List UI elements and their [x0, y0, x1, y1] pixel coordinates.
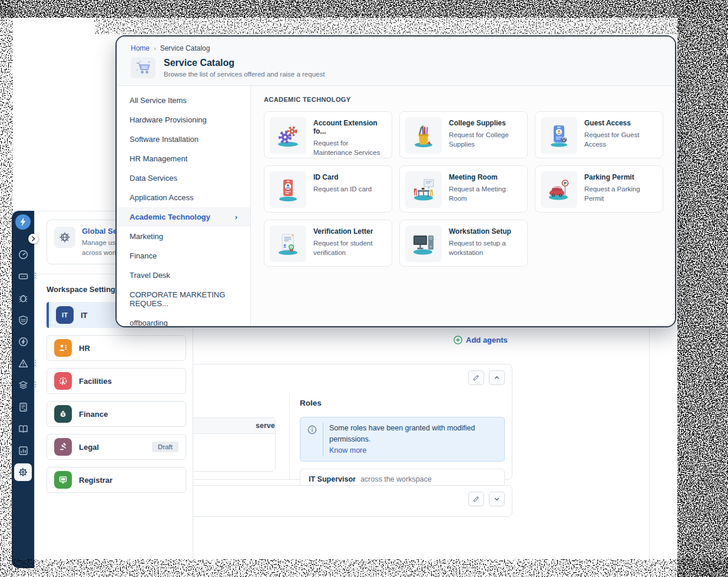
modal-subtitle: Browse the list of services offered and … [164, 71, 325, 78]
dashboard-icon[interactable] [14, 246, 32, 263]
category-application-access[interactable]: Application Access [117, 188, 250, 207]
chevron-right-icon [31, 236, 36, 242]
category-hardware-provisioning[interactable]: Hardware Provisioning [117, 110, 250, 130]
alert-message: Some roles have been granted with modifi… [329, 424, 475, 443]
workspace-item-registrar[interactable]: Registrar [47, 467, 186, 493]
chevron-down-icon [493, 495, 501, 503]
it-workspace-icon: IT [56, 306, 74, 324]
main-nav-rail [12, 211, 34, 568]
breadcrumb: Home › Service Catalog [131, 44, 661, 52]
modal-title: Service Catalog [164, 58, 325, 68]
id-badge-icon [270, 171, 306, 208]
person-list-icon [58, 343, 68, 353]
category-data-services[interactable]: Data Services [117, 168, 250, 188]
know-more-link[interactable]: Know more [329, 446, 366, 455]
solutions-icon[interactable] [14, 420, 32, 437]
hr-workspace-icon [54, 339, 72, 357]
section-heading: ACADEMIC TECHNOLOGY [264, 96, 662, 103]
category-corporate-marketing[interactable]: CORPORATE MARKETING REQUES... [117, 285, 250, 313]
workspace-item-legal[interactable]: Legal Draft [47, 434, 186, 460]
service-card-workstation-setup[interactable]: Workstation Setup Request to setup a wor… [399, 220, 528, 267]
service-card-verification-letter[interactable]: Verification Letter Request for student … [264, 220, 392, 267]
workspace-label: Facilities [79, 377, 178, 386]
workspace-label: Legal [79, 443, 145, 452]
workspace-label: Finance [79, 410, 178, 419]
pencil-icon [472, 495, 480, 503]
alerts-icon[interactable] [14, 354, 32, 372]
tickets-icon[interactable] [14, 267, 32, 285]
guest-badge-icon [541, 117, 577, 154]
breadcrumb-current: Service Catalog [160, 44, 210, 52]
category-academic-technology[interactable]: Academic Technology › [117, 207, 250, 227]
tickets-kebab-icon[interactable] [35, 273, 36, 278]
role-scope: across the workspace [360, 475, 432, 483]
category-finance[interactable]: Finance [117, 246, 250, 266]
service-card-parking-permit[interactable]: P Parking Permit Request a Parking Permi… [535, 165, 663, 213]
workspace-item-hr[interactable]: HR [47, 335, 186, 361]
roles-section: Roles Some roles have been granted with … [300, 399, 505, 490]
car-parking-icon: P [541, 171, 577, 208]
category-nav: All Service Items Hardware Provisioning … [117, 86, 251, 326]
service-card-guest-access[interactable]: Guest Access Request for Guest Access [535, 111, 663, 158]
finance-workspace-icon: $ [54, 405, 72, 423]
service-card-meeting-room[interactable]: Meeting Room Request a Meeting Room [399, 165, 528, 213]
releases-icon[interactable] [14, 333, 32, 350]
expand-rail-button[interactable] [28, 234, 38, 244]
chevron-up-icon [493, 374, 501, 382]
gavel-icon [58, 442, 68, 452]
certificate-icon [270, 226, 306, 262]
expand-button[interactable] [489, 492, 505, 506]
category-hr-management[interactable]: HR Management [117, 149, 250, 168]
column-divider [289, 392, 290, 479]
add-agents-label: Add agents [466, 336, 508, 344]
add-agents-button[interactable]: Add agents [454, 336, 508, 344]
roles-info-alert: Some roles have been granted with modifi… [300, 417, 505, 462]
changes-icon[interactable] [14, 311, 32, 329]
category-travel-desk[interactable]: Travel Desk [117, 266, 250, 285]
wrench-gear-icon [58, 376, 68, 386]
assets-kebab-icon[interactable] [35, 382, 36, 387]
workspace-item-finance[interactable]: $ Finance [47, 401, 186, 427]
service-catalog-modal: Home › Service Catalog [115, 35, 676, 327]
legal-workspace-icon [54, 438, 72, 456]
monitor-icon [58, 475, 68, 485]
analytics-icon[interactable] [14, 442, 32, 459]
alert-divider [323, 423, 323, 456]
workspace-label: HR [79, 344, 178, 353]
assets-icon[interactable] [14, 376, 32, 394]
edit-button[interactable] [468, 492, 484, 506]
svg-text:P: P [564, 181, 567, 185]
category-all-service-items[interactable]: All Service Items [117, 91, 250, 110]
service-card-id-card[interactable]: ID Card Request an ID card [264, 165, 392, 213]
contracts-icon[interactable] [14, 398, 32, 416]
supplies-cup-icon [405, 117, 442, 154]
category-offboarding[interactable]: offboarding [117, 313, 250, 327]
breadcrumb-home-link[interactable]: Home [131, 44, 150, 52]
plus-circle-icon [454, 336, 462, 344]
catalog-content: ACADEMIC TECHNOLOGY Account Extension fo… [251, 86, 675, 326]
service-card-college-supplies[interactable]: College Supplies Request for College Sup… [399, 111, 528, 158]
chevron-right-icon: › [235, 213, 237, 221]
shopping-cart-icon [135, 60, 151, 75]
globe-gear-icon [59, 231, 71, 243]
pencil-icon [472, 374, 480, 382]
workspace-item-facilities[interactable]: Facilities [47, 368, 186, 394]
role-name: IT Supervisor [309, 475, 356, 483]
info-icon [307, 425, 317, 435]
category-marketing[interactable]: Marketing [117, 227, 250, 246]
edit-button[interactable] [468, 370, 484, 385]
admin-settings-icon[interactable] [14, 463, 32, 481]
modal-header: Home › Service Catalog [117, 37, 675, 86]
registrar-workspace-icon [54, 471, 72, 489]
freshservice-logo[interactable] [15, 214, 31, 230]
it-abbr: IT [62, 311, 68, 319]
alerts-kebab-icon[interactable] [35, 360, 36, 366]
service-card-account-extension[interactable]: Account Extension fo... Request for Main… [264, 111, 392, 158]
category-software-installation[interactable]: Software Installation [117, 130, 250, 149]
problems-icon[interactable] [14, 289, 32, 307]
page-right-border [649, 327, 650, 568]
cart-icon-box [131, 57, 155, 78]
money-bag-icon: $ [58, 409, 68, 419]
facilities-workspace-icon [54, 372, 72, 390]
collapse-button[interactable] [489, 370, 505, 385]
